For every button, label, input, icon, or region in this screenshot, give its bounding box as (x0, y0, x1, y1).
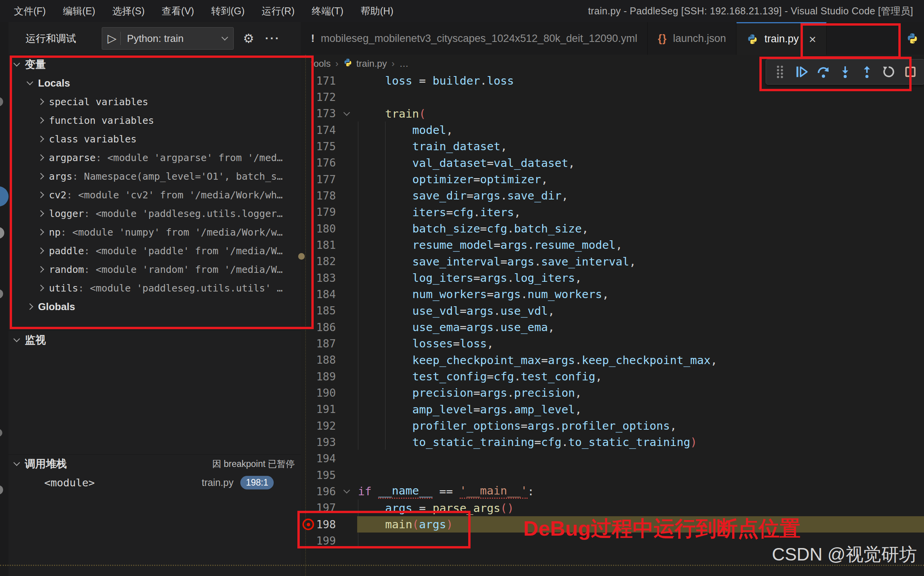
menu-帮助H[interactable]: 帮助(H) (352, 5, 402, 17)
line-number[interactable]: 197 (316, 501, 336, 514)
menu-终端T[interactable]: 终端(T) (303, 5, 352, 17)
callstack-section-header[interactable]: 调用堆栈 因 breakpoint 已暂停 (9, 454, 301, 473)
line-number[interactable]: 190 (316, 387, 336, 399)
line-number[interactable]: 189 (316, 370, 336, 383)
menu-转到G[interactable]: 转到(G) (203, 5, 253, 17)
line-number[interactable]: 198 (316, 518, 336, 531)
fold-gutter[interactable] (336, 490, 357, 493)
code-line-195: 195 (301, 467, 924, 483)
activity-icon-clipped[interactable] (0, 186, 9, 206)
line-number[interactable]: 188 (316, 354, 336, 366)
activity-icon-clipped[interactable] (0, 485, 3, 494)
line-number[interactable]: 176 (316, 156, 336, 169)
activity-icon-clipped[interactable] (0, 227, 4, 239)
fold-chevron-icon[interactable] (343, 109, 350, 116)
line-number[interactable]: 182 (316, 255, 336, 268)
line-number[interactable]: 194 (316, 452, 336, 465)
variable-row-cv2[interactable]: cv2: <module 'cv2' from '/media/Work/wh… (9, 186, 301, 204)
line-number[interactable]: 195 (316, 469, 336, 482)
fold-chevron-icon[interactable] (343, 487, 350, 494)
variable-row-class-variables[interactable]: class variables (9, 130, 301, 148)
step-out-icon[interactable] (858, 62, 876, 82)
line-number[interactable]: 192 (316, 420, 336, 432)
line-number[interactable]: 172 (316, 91, 336, 104)
line-number[interactable]: 173 (316, 107, 336, 120)
line-number[interactable]: 183 (316, 272, 336, 285)
chevron-right-icon (38, 154, 44, 161)
code-text: optimizer=optimizer, (357, 171, 924, 187)
locals-node[interactable]: Locals (9, 74, 301, 92)
code-text: use_ema=args.use_ema, (357, 319, 924, 335)
line-number[interactable]: 177 (316, 173, 336, 186)
step-over-icon[interactable] (814, 62, 833, 82)
code-line-180: 180batch_size=cfg.batch_size, (301, 220, 924, 237)
variable-row-argparse[interactable]: argparse: <module 'argparse' from '/med… (9, 148, 301, 167)
tab-train.py[interactable]: train.py× (736, 22, 827, 55)
menu-选择S[interactable]: 选择(S) (104, 5, 153, 17)
variable-row-function-variables[interactable]: function variables (9, 111, 301, 130)
line-number[interactable]: 193 (316, 436, 336, 449)
menu-编辑E[interactable]: 编辑(E) (54, 5, 104, 17)
variable-row-random[interactable]: random: <module 'random' from '/media/W… (9, 260, 301, 279)
code-line-189: 189test_config=cfg.test_config, (301, 368, 924, 385)
drag-handle-icon[interactable] (771, 62, 789, 82)
more-actions-icon[interactable]: ··· (265, 32, 280, 45)
breadcrumb-folder[interactable]: tools (311, 58, 331, 69)
menu-文件F[interactable]: 文件(F) (5, 5, 54, 17)
line-number[interactable]: 180 (316, 222, 336, 235)
activity-icon-clipped[interactable] (0, 97, 3, 106)
line-number[interactable]: 178 (316, 189, 336, 202)
debug-config-dropdown[interactable]: ▷ Python: train (102, 27, 234, 50)
step-into-icon[interactable] (836, 62, 855, 82)
menu-运行R[interactable]: 运行(R) (253, 5, 303, 17)
fold-gutter[interactable] (336, 113, 357, 115)
variable-row-np[interactable]: np: <module 'numpy' from '/media/Work/w… (9, 223, 301, 241)
chevron-right-icon (38, 210, 44, 217)
python-action-icon[interactable] (906, 22, 924, 55)
variable-row-paddle[interactable]: paddle: <module 'paddle' from '/media/W… (9, 241, 301, 260)
variable-row-utils[interactable]: utils: <module 'paddleseg.utils.utils' … (9, 279, 301, 297)
warning-icon: ! (311, 32, 314, 45)
code-editor[interactable]: 171loss = builder.loss172173train(174mod… (301, 73, 924, 576)
gear-icon[interactable]: ⚙ (243, 31, 254, 46)
activity-icon-clipped[interactable] (0, 289, 3, 298)
line-number[interactable]: 181 (316, 239, 336, 252)
line-number[interactable]: 185 (316, 304, 336, 317)
restart-icon[interactable] (879, 62, 898, 82)
callstack-frame-row[interactable]: <module> train.py 198:1 (9, 473, 301, 492)
line-number[interactable]: 175 (316, 140, 336, 153)
breadcrumb-file[interactable]: train.py (356, 58, 387, 69)
line-number[interactable]: 196 (316, 485, 336, 498)
watch-section-header[interactable]: 监视 (9, 330, 301, 349)
activity-icon-clipped[interactable] (0, 429, 2, 437)
line-number[interactable]: 174 (316, 124, 336, 137)
menu-查看V[interactable]: 查看(V) (153, 5, 203, 17)
line-number[interactable]: 199 (316, 534, 336, 547)
line-number[interactable]: 186 (316, 321, 336, 334)
continue-icon[interactable] (792, 62, 811, 82)
line-number[interactable]: 187 (316, 337, 336, 350)
variables-section-header[interactable]: 变量 (9, 55, 301, 74)
stop-icon[interactable] (901, 62, 920, 82)
code-text (357, 89, 924, 105)
chevron-right-icon (38, 266, 44, 273)
line-number[interactable]: 171 (316, 75, 336, 87)
close-icon[interactable]: × (809, 33, 816, 45)
breadcrumb-more[interactable]: … (399, 58, 408, 69)
tab-launch.json[interactable]: {}launch.json (648, 22, 736, 55)
start-debug-icon[interactable]: ▷ (108, 33, 116, 44)
code-line-182: 182save_interval=args.save_interval, (301, 253, 924, 270)
line-number[interactable]: 184 (316, 288, 336, 301)
tab-mobileseg_mobilenetv[interactable]: !mobileseg_mobilenetv3_cityscapes_1024x5… (301, 22, 648, 55)
code-line-196: 196if __name__ == '__main__': (301, 483, 924, 500)
breakpoint-gutter[interactable] (301, 519, 316, 530)
variable-row-logger[interactable]: logger: <module 'paddleseg.utils.logger… (9, 204, 301, 223)
globals-node[interactable]: Globals (9, 297, 301, 316)
variable-row-args[interactable]: args: Namespace(amp_level='O1', batch_s… (9, 167, 301, 186)
frame-file: train.py (201, 477, 233, 488)
line-number[interactable]: 191 (316, 403, 336, 416)
code-line-179: 179iters=cfg.iters, (301, 204, 924, 220)
line-number[interactable]: 179 (316, 206, 336, 219)
variable-text: np: <module 'numpy' from '/media/Work/w… (49, 227, 283, 238)
variable-row-special-variables[interactable]: special variables (9, 92, 301, 111)
